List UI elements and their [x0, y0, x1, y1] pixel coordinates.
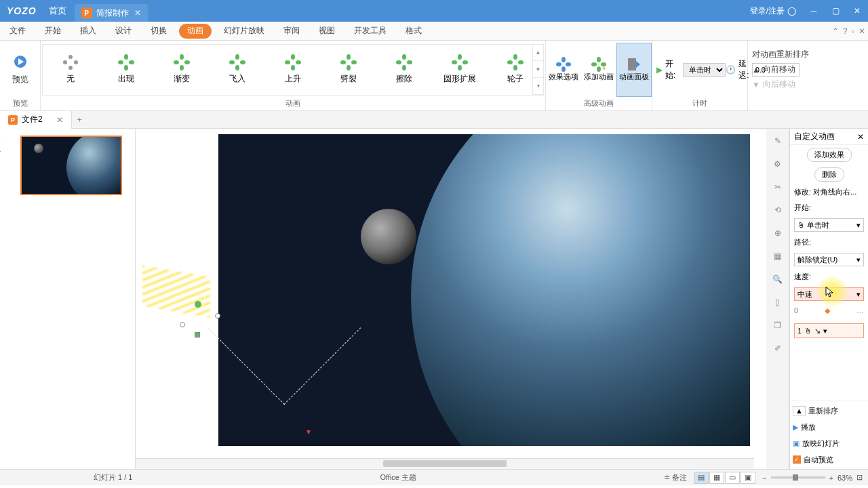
- settings-icon[interactable]: ⚙: [771, 157, 785, 171]
- gallery-split[interactable]: 劈裂: [321, 45, 376, 94]
- slideshow-button[interactable]: ▣放映幻灯片: [793, 436, 865, 450]
- svg-point-27: [402, 65, 406, 70]
- pane-close-icon[interactable]: ✕: [857, 132, 864, 142]
- pen-icon[interactable]: ✎: [771, 134, 785, 148]
- normal-view-button[interactable]: ▤: [694, 472, 709, 484]
- slide-thumb-1[interactable]: [20, 136, 122, 195]
- start-select[interactable]: 单击时: [683, 63, 726, 77]
- minimize-button[interactable]: ─: [803, 0, 825, 22]
- zoom-level[interactable]: 63%: [837, 474, 852, 482]
- notes-button[interactable]: ≐ 备注: [664, 472, 687, 483]
- maximize-button[interactable]: ▢: [825, 0, 846, 22]
- auto-preview-checkbox[interactable]: ✓自动预览: [793, 453, 865, 466]
- mouse-icon: 🖱: [804, 327, 812, 335]
- svg-point-10: [184, 60, 190, 64]
- preview-button[interactable]: 预览: [0, 43, 40, 97]
- gallery-appear[interactable]: 出现: [98, 45, 154, 94]
- menu-home[interactable]: 开始: [35, 22, 71, 41]
- menu-view[interactable]: 视图: [309, 22, 344, 41]
- home-link[interactable]: 首页: [43, 5, 72, 17]
- svg-point-40: [556, 62, 561, 66]
- zoom-slider[interactable]: [771, 476, 825, 479]
- play-button[interactable]: ▶播放: [793, 420, 865, 434]
- menu-transition[interactable]: 切换: [141, 22, 176, 41]
- group-animation-label: 动画: [41, 98, 545, 110]
- slide-counter: 幻灯片 1 / 1: [94, 472, 132, 483]
- item-dropdown-icon[interactable]: ▾: [823, 327, 827, 336]
- fit-button[interactable]: ⊡: [856, 473, 863, 482]
- sorter-view-button[interactable]: ▦: [709, 472, 724, 484]
- collapse-ribbon-icon[interactable]: ⌃: [832, 26, 839, 36]
- horizontal-scrollbar[interactable]: [136, 458, 754, 469]
- restore-icon[interactable]: ▫: [852, 26, 854, 36]
- link-icon[interactable]: ⟲: [771, 203, 785, 217]
- delete-button[interactable]: 删除: [814, 167, 844, 182]
- menu-format[interactable]: 格式: [396, 22, 431, 41]
- menu-design[interactable]: 设计: [106, 22, 141, 41]
- help-icon[interactable]: ?: [843, 26, 848, 36]
- gallery-none[interactable]: 无: [43, 45, 98, 94]
- svg-point-29: [458, 54, 462, 60]
- move-forward-button[interactable]: ▲向前移动: [752, 62, 809, 77]
- grid-icon[interactable]: ▦: [771, 249, 785, 263]
- svg-point-9: [180, 54, 184, 60]
- menu-file[interactable]: 文件: [0, 22, 35, 41]
- slide-thumbnails: 1 ✦: [0, 129, 136, 469]
- gallery-rise[interactable]: 上升: [265, 45, 321, 94]
- reading-view-button[interactable]: ▭: [725, 472, 740, 484]
- menu-devtools[interactable]: 开发工具: [344, 22, 396, 41]
- menu-insert[interactable]: 插入: [71, 22, 106, 41]
- gallery-more-icon[interactable]: ▾: [533, 78, 543, 95]
- gallery-fade[interactable]: 渐变: [154, 45, 210, 94]
- svg-point-34: [518, 60, 524, 64]
- zoom-in-button[interactable]: +: [829, 474, 833, 482]
- copy-icon[interactable]: ❐: [771, 319, 785, 332]
- menu-slideshow[interactable]: 幻灯片放映: [214, 22, 274, 41]
- gallery-flyin[interactable]: 飞入: [210, 45, 265, 94]
- item-number: 1: [797, 327, 802, 335]
- slide-canvas[interactable]: ▾: [136, 129, 766, 469]
- start-label: 开始:: [665, 58, 680, 81]
- menu-animation[interactable]: 动画: [179, 24, 212, 39]
- target-icon[interactable]: ⊕: [771, 226, 785, 240]
- slideshow-view-button[interactable]: ▣: [741, 472, 755, 484]
- reorder-button[interactable]: ▲重新排序: [793, 404, 865, 418]
- pane-start-select[interactable]: 🖱 单击时▾: [794, 218, 864, 232]
- pane-path-select[interactable]: 解除锁定(U)▾: [794, 253, 864, 266]
- zoom-out-button[interactable]: −: [762, 474, 766, 482]
- gallery-circle[interactable]: 圆形扩展: [432, 45, 488, 94]
- doc-tab[interactable]: P 文件2 ✕: [0, 111, 72, 129]
- svg-rect-46: [628, 58, 636, 70]
- svg-point-2: [74, 60, 78, 64]
- gallery-wipe[interactable]: 擦除: [376, 45, 432, 94]
- account-link[interactable]: 登录/注册 ◯: [743, 5, 803, 17]
- thumb-index: 1: [0, 136, 1, 145]
- modify-label: 修改: 对角线向右...: [790, 184, 868, 200]
- preview-label: 预览: [12, 74, 28, 85]
- close-button[interactable]: ✕: [846, 0, 868, 22]
- close-tab-icon[interactable]: ✕: [134, 8, 141, 18]
- down-triangle-icon: ▼: [752, 80, 760, 89]
- path-end-marker-icon[interactable]: ▾: [307, 427, 311, 436]
- doc-tab-close-icon[interactable]: ✕: [56, 115, 63, 125]
- edit-icon[interactable]: ✐: [771, 342, 785, 355]
- search-icon[interactable]: 🔍: [771, 272, 785, 286]
- animation-pane-button[interactable]: 动画面板: [616, 43, 652, 97]
- clipboard-icon[interactable]: ▯: [771, 296, 785, 309]
- preview-icon: [9, 54, 31, 70]
- animation-gallery[interactable]: 无 出现 渐变 飞入 上升 劈裂 擦除 圆形扩展 轮子 ▲▼▾: [42, 44, 544, 96]
- chevron-down-icon: ▾: [856, 290, 861, 299]
- document-tab[interactable]: P 简报制作 ✕: [75, 4, 148, 22]
- close-pane-icon[interactable]: ✕: [859, 26, 865, 36]
- gallery-down-icon[interactable]: ▼: [533, 61, 543, 78]
- timeline-more-icon[interactable]: …: [856, 306, 864, 315]
- menu-review[interactable]: 审阅: [274, 22, 309, 41]
- cut-icon[interactable]: ✂: [771, 180, 785, 194]
- animation-list-item[interactable]: 1 🖱 ↘ ▾: [794, 323, 864, 338]
- add-animation-button[interactable]: +添加动画: [581, 43, 616, 97]
- gallery-up-icon[interactable]: ▲: [533, 45, 543, 62]
- effect-options-button[interactable]: 效果选项: [546, 43, 581, 97]
- add-effect-button[interactable]: 添加效果: [807, 148, 852, 162]
- add-doc-tab[interactable]: +: [72, 115, 87, 125]
- pane-speed-select[interactable]: 中速▾: [794, 287, 864, 301]
